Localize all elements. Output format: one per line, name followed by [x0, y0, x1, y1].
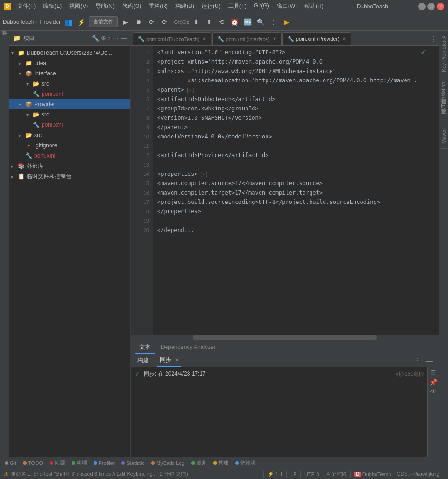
- run-config-btn[interactable]: ▶: [281, 16, 292, 28]
- build-tab-tab-sync[interactable]: 同步✕: [157, 354, 181, 367]
- tab-close-btn[interactable]: ✕: [202, 36, 206, 42]
- right-vert-tab-recommendations[interactable]: 推荐器: [439, 116, 448, 121]
- right-vert-tab-key-promoter[interactable]: Key Promoter X: [440, 33, 448, 75]
- build-more-icon[interactable]: ⋮: [412, 356, 423, 365]
- titlebar-menu-item[interactable]: 工具(T): [225, 1, 250, 11]
- maximize-button[interactable]: □: [427, 3, 435, 10]
- refresh-icon-btn[interactable]: ⟳: [146, 16, 157, 28]
- titlebar-menu-item[interactable]: 代码(O): [119, 1, 145, 11]
- left-vert-icon-bookmarks[interactable]: 书签: [0, 37, 10, 41]
- sidebar-icon-4[interactable]: ⋯: [113, 35, 119, 42]
- statusbar-pos[interactable]: 1:1: [275, 472, 282, 477]
- tree-item-interface-pom[interactable]: 🔧pom.xml: [9, 89, 130, 99]
- bottom-tool-problems[interactable]: 问题: [47, 458, 68, 467]
- tree-label: src: [34, 132, 42, 138]
- git-history-icon-btn[interactable]: ⏰: [229, 16, 240, 28]
- record-icon-btn[interactable]: ⏺: [133, 16, 144, 28]
- tree-item-provider[interactable]: ▾📦Provider: [9, 99, 130, 109]
- tree-item-interface[interactable]: ▾📦Interface: [9, 68, 130, 79]
- editor-tab-tab-pom-interface[interactable]: 🔧pom.xml (interface)✕: [212, 32, 282, 45]
- editor-tab-tab-pom-dubboTeach[interactable]: 🔧pom.xml (DubboTeach)✕: [133, 32, 211, 45]
- tab-close-btn[interactable]: ✕: [342, 36, 346, 42]
- minimize-button[interactable]: —: [418, 3, 426, 10]
- sidebar-toolbar: 📁 项目 🔧 ⊕ ↕ ⋯ —: [9, 31, 130, 46]
- tab-actions[interactable]: ⋮: [429, 35, 437, 45]
- rerun-icon-btn[interactable]: ⟳: [159, 16, 170, 28]
- bottom-tool-mybatis[interactable]: MyBatis Log: [148, 459, 188, 467]
- bottom-tool-dependency[interactable]: 依赖项: [232, 458, 259, 467]
- tree-item-root-pom[interactable]: 🔧pom.xml: [9, 151, 130, 161]
- tree-item-idea[interactable]: ▸📁.idea: [9, 58, 130, 68]
- lightning-icon-btn[interactable]: ⚡: [76, 16, 87, 28]
- bottom-tool-service[interactable]: 服务: [188, 458, 210, 467]
- tree-item-dubboTeach[interactable]: ▾📁DubboTeach C:\Users\28374\De...: [9, 48, 130, 58]
- sidebar-icon-3[interactable]: ↕: [108, 35, 111, 42]
- fold-marker[interactable]: [-]: [186, 87, 195, 93]
- build-side-icon-1[interactable]: ☰: [430, 369, 436, 377]
- titlebar-menu-item[interactable]: 构建(B): [172, 1, 197, 11]
- right-vert-tab-translation[interactable]: 翻译/Translation: [439, 79, 448, 111]
- build-side-icon-3[interactable]: 👁: [430, 388, 437, 395]
- git-rollback-icon-btn[interactable]: ⟲: [216, 16, 227, 28]
- tree-item-provider-pom[interactable]: 🔧pom.xml: [9, 120, 130, 130]
- tree-item-provider-src[interactable]: ▾📂src: [9, 109, 130, 120]
- tree-item-temp[interactable]: ▸📋临时文件和控制台: [9, 171, 130, 181]
- build-tab-tab-build[interactable]: 构建: [135, 354, 152, 367]
- statusbar-indent[interactable]: 4 个空格: [325, 471, 348, 478]
- search-everywhere-btn[interactable]: 🔍: [255, 16, 266, 28]
- titlebar-menu-item[interactable]: 帮助(H): [301, 1, 327, 11]
- titlebar-menu-item[interactable]: Git(G): [251, 1, 273, 11]
- statusbar-cds[interactable]: CDS启动/awhjking≡: [395, 471, 444, 478]
- bottom-tool-terminal[interactable]: 终端: [69, 458, 90, 467]
- titlebar-controls[interactable]: — □ ✕: [418, 3, 444, 10]
- git-push-icon-btn[interactable]: ⬆: [203, 16, 215, 28]
- titlebar-menu-item[interactable]: 编辑(E): [40, 1, 65, 11]
- titlebar-menu-item[interactable]: 重构(R): [145, 1, 171, 11]
- right-vert-tab-maven[interactable]: Maven: [440, 125, 448, 146]
- titlebar-menu-item[interactable]: 文件(F): [14, 1, 39, 11]
- translate-icon-btn[interactable]: 🔤: [242, 16, 253, 28]
- editor-tab-tab-pom-provider[interactable]: 🔧pom.xml (Provider)✕: [282, 32, 351, 45]
- build-side-icon-2[interactable]: 📌: [429, 378, 437, 386]
- tab-close-btn[interactable]: ✕: [273, 36, 276, 42]
- bottom-tool-statistic[interactable]: Statistic: [118, 459, 147, 467]
- statusbar-lf[interactable]: LF: [289, 472, 298, 477]
- git-pull-icon-btn[interactable]: ⬇: [191, 16, 202, 28]
- titlebar-menu-item[interactable]: 导航(N): [92, 1, 118, 11]
- sidebar-icon-5[interactable]: —: [121, 35, 127, 42]
- left-vert-icon-structure[interactable]: 结构: [0, 33, 10, 36]
- breadcrumb[interactable]: DubboTeach › Provider: [3, 19, 61, 25]
- bottom-tool-build[interactable]: 构建: [210, 458, 231, 467]
- tree-item-root-src[interactable]: ▸📂src: [9, 130, 130, 140]
- right-vert-divider: [441, 113, 447, 114]
- bottom-tool-profiler[interactable]: Profiler: [91, 459, 118, 467]
- breadcrumb-root[interactable]: DubboTeach: [3, 19, 34, 25]
- bottom-editor-tab-tab-text[interactable]: 文本: [135, 341, 155, 354]
- bottom-editor-tab-tab-dependency[interactable]: Dependency Analyzer: [156, 341, 220, 354]
- team-icon-btn[interactable]: 👥: [63, 16, 74, 28]
- titlebar-menu-item[interactable]: 视图(V): [66, 1, 91, 11]
- breadcrumb-child[interactable]: Provider: [40, 19, 61, 25]
- close-button[interactable]: ✕: [437, 3, 444, 10]
- build-tab-close[interactable]: ✕: [175, 357, 179, 363]
- tree-item-external[interactable]: ▸📚外部库: [9, 161, 130, 171]
- more-actions-btn[interactable]: ⋮: [268, 16, 279, 28]
- fold-marker[interactable]: [-]: [200, 172, 208, 177]
- titlebar-menu-item[interactable]: 运行(U): [198, 1, 224, 11]
- build-collapse-icon[interactable]: —: [425, 356, 435, 365]
- statusbar-utf8[interactable]: UTF-8: [303, 472, 321, 477]
- tree-label: 外部库: [27, 162, 43, 170]
- bottom-tool-git[interactable]: Git: [2, 459, 19, 467]
- editor-scrollbar-horizontal[interactable]: [131, 335, 439, 340]
- current-file-btn[interactable]: 当前文件: [89, 16, 118, 27]
- titlebar-menu-item[interactable]: 窗口(W): [274, 1, 300, 11]
- bottom-tool-dot-problems: [50, 461, 53, 465]
- sidebar-icon-1[interactable]: 🔧: [92, 35, 99, 42]
- sidebar-icon-2[interactable]: ⊕: [101, 35, 106, 42]
- run-icon-btn[interactable]: ▶: [120, 16, 131, 28]
- tree-item-interface-src[interactable]: ▾📂src: [9, 79, 130, 89]
- statusbar-encoding-indicator[interactable]: ⚡ 1:1: [266, 471, 284, 477]
- bottom-tool-todo[interactable]: TODO: [20, 459, 46, 467]
- code-content[interactable]: <?xml version="1.0" encoding="UTF-8"?><p…: [153, 46, 439, 335]
- tree-item-gitignore[interactable]: 🔸.gitignore: [9, 140, 130, 151]
